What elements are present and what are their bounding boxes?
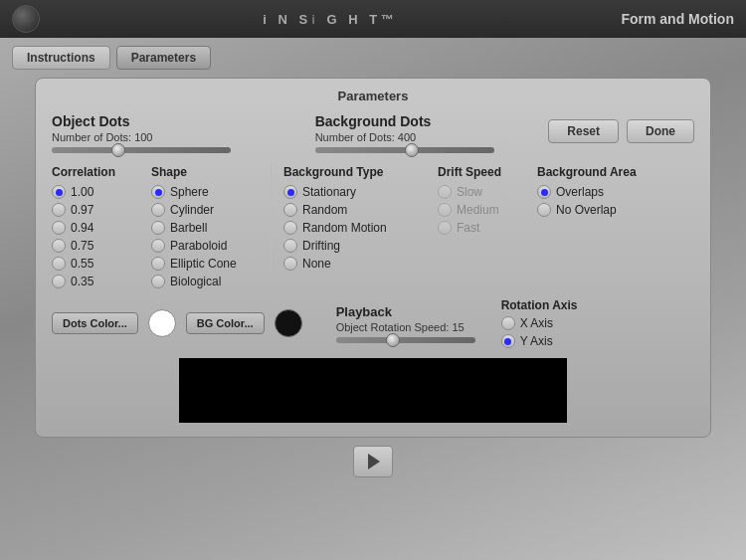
shape-elliptic-cone-radio[interactable] xyxy=(151,257,165,271)
playback-slider[interactable] xyxy=(336,337,475,343)
rotation-y-axis[interactable]: Y Axis xyxy=(501,334,578,348)
correlation-0-94-label: 0.94 xyxy=(71,221,93,235)
bg-none-label: None xyxy=(302,257,331,271)
bg-area-overlaps-radio[interactable] xyxy=(537,185,551,199)
correlation-1-00-radio[interactable] xyxy=(52,185,66,199)
bg-stationary[interactable]: Stationary xyxy=(283,185,430,199)
parameters-panel: Parameters Object Dots Number of Dots: 1… xyxy=(35,78,711,438)
drift-speed-header: Drift Speed xyxy=(438,161,529,179)
main-grid: Correlation 1.00 0.97 0.94 0.75 xyxy=(52,161,694,288)
shape-biological[interactable]: Biological xyxy=(151,275,271,288)
correlation-0-94-radio[interactable] xyxy=(52,221,66,235)
shape-biological-radio[interactable] xyxy=(151,275,165,288)
shape-sphere-label: Sphere xyxy=(170,185,209,199)
shape-options: Sphere Cylinder Barbell Paraboloid Ellip… xyxy=(151,185,271,288)
rotation-axis-header: Rotation Axis xyxy=(501,298,578,312)
drift-fast: Fast xyxy=(438,221,529,235)
rotation-x-axis-label: X Axis xyxy=(520,316,553,330)
correlation-options: 1.00 0.97 0.94 0.75 0.55 xyxy=(52,185,151,288)
instructions-button[interactable]: Instructions xyxy=(12,46,110,70)
bg-drifting-label: Drifting xyxy=(302,239,340,253)
bg-none-radio[interactable] xyxy=(283,257,297,271)
correlation-0-55[interactable]: 0.55 xyxy=(52,257,151,271)
correlation-0-35-radio[interactable] xyxy=(52,275,66,288)
rotation-y-axis-radio[interactable] xyxy=(501,334,515,348)
bg-random[interactable]: Random xyxy=(283,203,430,217)
correlation-1-00-label: 1.00 xyxy=(71,185,93,199)
logo-icon xyxy=(12,5,40,33)
shape-biological-label: Biological xyxy=(170,275,221,288)
dots-color-swatch xyxy=(148,309,176,337)
correlation-1-00[interactable]: 1.00 xyxy=(52,185,151,199)
correlation-0-97-radio[interactable] xyxy=(52,203,66,217)
correlation-0-35[interactable]: 0.35 xyxy=(52,275,151,288)
shape-cylinder-label: Cylinder xyxy=(170,203,214,217)
drift-fast-label: Fast xyxy=(457,221,479,235)
background-area-options: Overlaps No Overlap xyxy=(537,185,639,217)
preview-area xyxy=(179,358,567,423)
shape-paraboloid[interactable]: Paraboloid xyxy=(151,239,271,253)
correlation-0-75-radio[interactable] xyxy=(52,239,66,253)
nav-bar: Instructions Parameters xyxy=(0,38,746,78)
done-button[interactable]: Done xyxy=(627,119,694,143)
shape-cylinder[interactable]: Cylinder xyxy=(151,203,271,217)
bg-stationary-radio[interactable] xyxy=(283,185,297,199)
object-dots-label: Object Dots xyxy=(52,113,285,129)
object-dots-count: Number of Dots: 100 xyxy=(52,131,285,143)
shape-barbell[interactable]: Barbell xyxy=(151,221,271,235)
object-dots-slider[interactable] xyxy=(52,147,231,153)
bg-random-motion-radio[interactable] xyxy=(283,221,297,235)
correlation-0-75[interactable]: 0.75 xyxy=(52,239,151,253)
play-icon xyxy=(368,454,380,469)
panel-title: Parameters xyxy=(52,89,694,103)
background-type-options: Stationary Random Random Motion Drifting… xyxy=(283,185,430,271)
shape-barbell-radio[interactable] xyxy=(151,221,165,235)
bg-color-button[interactable]: BG Color... xyxy=(186,312,265,334)
reset-button[interactable]: Reset xyxy=(548,119,619,143)
object-dots-thumb[interactable] xyxy=(111,143,125,157)
rotation-x-axis-radio[interactable] xyxy=(501,316,515,330)
bg-area-no-overlap-label: No Overlap xyxy=(556,203,617,217)
correlation-0-94[interactable]: 0.94 xyxy=(52,221,151,235)
top-section: Object Dots Number of Dots: 100 Backgrou… xyxy=(52,113,694,153)
drift-slow: Slow xyxy=(438,185,529,199)
bg-random-label: Random xyxy=(302,203,347,217)
shape-elliptic-cone[interactable]: Elliptic Cone xyxy=(151,257,271,271)
correlation-header: Correlation xyxy=(52,161,151,179)
drift-slow-label: Slow xyxy=(457,185,482,199)
drift-medium: Medium xyxy=(438,203,529,217)
shape-sphere[interactable]: Sphere xyxy=(151,185,271,199)
bg-area-no-overlap-radio[interactable] xyxy=(537,203,551,217)
parameters-button[interactable]: Parameters xyxy=(116,46,211,70)
logo-area xyxy=(12,5,40,33)
background-dots-thumb[interactable] xyxy=(405,143,419,157)
bg-color-swatch xyxy=(275,309,302,337)
bg-drifting[interactable]: Drifting xyxy=(283,239,430,253)
bg-none[interactable]: None xyxy=(283,257,430,271)
background-type-column: Background Type Stationary Random Random… xyxy=(271,161,430,271)
background-dots-count: Number of Dots: 400 xyxy=(315,131,549,143)
correlation-0-55-radio[interactable] xyxy=(52,257,66,271)
bg-stationary-label: Stationary xyxy=(302,185,356,199)
playback-header: Playback xyxy=(336,304,392,319)
correlation-0-75-label: 0.75 xyxy=(71,239,93,253)
shape-sphere-radio[interactable] xyxy=(151,185,165,199)
rotation-x-axis[interactable]: X Axis xyxy=(501,316,578,330)
background-dots-slider[interactable] xyxy=(315,147,494,153)
playback-slider-thumb[interactable] xyxy=(386,333,400,347)
shape-paraboloid-radio[interactable] xyxy=(151,239,165,253)
bg-area-overlaps[interactable]: Overlaps xyxy=(537,185,639,199)
bg-random-motion-label: Random Motion xyxy=(302,221,387,235)
drift-speed-column: Drift Speed Slow Medium Fast xyxy=(430,161,529,235)
play-button[interactable] xyxy=(353,446,393,477)
rotation-axis-options: X Axis Y Axis xyxy=(501,316,578,348)
correlation-column: Correlation 1.00 0.97 0.94 0.75 xyxy=(52,161,151,288)
bg-area-no-overlap[interactable]: No Overlap xyxy=(537,203,639,217)
shape-cylinder-radio[interactable] xyxy=(151,203,165,217)
dots-color-button[interactable]: Dots Color... xyxy=(52,312,138,334)
bg-random-motion[interactable]: Random Motion xyxy=(283,221,430,235)
correlation-0-97[interactable]: 0.97 xyxy=(52,203,151,217)
bg-random-radio[interactable] xyxy=(283,203,297,217)
correlation-0-55-label: 0.55 xyxy=(71,257,93,271)
bg-drifting-radio[interactable] xyxy=(283,239,297,253)
